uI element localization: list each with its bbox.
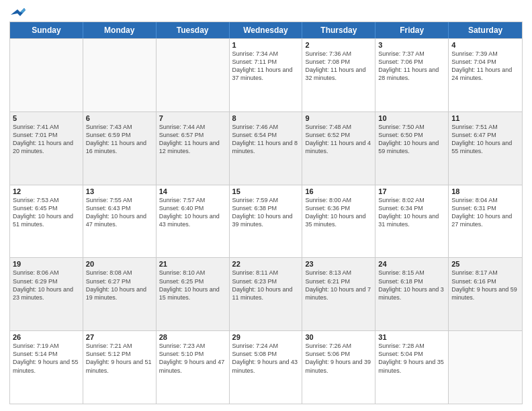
calendar-cell-1-4: 9Sunrise: 7:48 AM Sunset: 6:52 PM Daylig… — [302, 112, 375, 185]
header-day-friday: Friday — [375, 22, 449, 38]
svg-marker-1 — [20, 8, 26, 13]
calendar-cell-3-4: 23Sunrise: 8:13 AM Sunset: 6:21 PM Dayli… — [302, 258, 375, 330]
day-number: 19 — [13, 260, 80, 268]
calendar-cell-2-1: 13Sunrise: 7:55 AM Sunset: 6:43 PM Dayli… — [83, 185, 157, 258]
header-day-tuesday: Tuesday — [157, 22, 230, 38]
logo-top — [9, 7, 26, 17]
day-info: Sunrise: 7:50 AM Sunset: 6:50 PM Dayligh… — [378, 123, 445, 156]
week-row-3: 12Sunrise: 7:53 AM Sunset: 6:45 PM Dayli… — [10, 185, 522, 258]
calendar-cell-4-0: 26Sunrise: 7:19 AM Sunset: 5:14 PM Dayli… — [10, 331, 83, 404]
day-info: Sunrise: 7:34 AM Sunset: 7:11 PM Dayligh… — [232, 50, 300, 83]
day-number: 2 — [305, 41, 372, 49]
calendar-cell-3-5: 24Sunrise: 8:15 AM Sunset: 6:18 PM Dayli… — [375, 258, 449, 330]
day-info: Sunrise: 7:46 AM Sunset: 6:54 PM Dayligh… — [232, 123, 300, 156]
day-info: Sunrise: 7:53 AM Sunset: 6:45 PM Dayligh… — [13, 196, 80, 229]
day-number: 23 — [305, 260, 372, 268]
day-number: 18 — [451, 187, 519, 195]
calendar-cell-3-3: 22Sunrise: 8:11 AM Sunset: 6:23 PM Dayli… — [230, 258, 303, 330]
day-info: Sunrise: 7:36 AM Sunset: 7:08 PM Dayligh… — [305, 50, 372, 83]
day-info: Sunrise: 7:24 AM Sunset: 5:08 PM Dayligh… — [232, 342, 300, 375]
day-info: Sunrise: 7:28 AM Sunset: 5:04 PM Dayligh… — [378, 342, 445, 375]
day-number: 22 — [232, 260, 300, 268]
calendar-body: 1Sunrise: 7:34 AM Sunset: 7:11 PM Daylig… — [10, 38, 522, 404]
header-day-monday: Monday — [83, 22, 157, 38]
day-number: 4 — [451, 41, 519, 49]
calendar-cell-4-4: 30Sunrise: 7:26 AM Sunset: 5:06 PM Dayli… — [302, 331, 375, 404]
day-info: Sunrise: 7:39 AM Sunset: 7:04 PM Dayligh… — [451, 50, 519, 83]
day-info: Sunrise: 7:19 AM Sunset: 5:14 PM Dayligh… — [13, 342, 80, 375]
day-number: 14 — [159, 187, 226, 195]
calendar-cell-4-3: 29Sunrise: 7:24 AM Sunset: 5:08 PM Dayli… — [230, 331, 303, 404]
day-info: Sunrise: 7:59 AM Sunset: 6:38 PM Dayligh… — [232, 196, 300, 229]
week-row-5: 26Sunrise: 7:19 AM Sunset: 5:14 PM Dayli… — [10, 330, 522, 404]
day-number: 3 — [378, 41, 445, 49]
header-day-thursday: Thursday — [302, 22, 375, 38]
day-number: 28 — [159, 333, 226, 341]
calendar-cell-0-2 — [157, 39, 230, 111]
calendar-cell-1-3: 8Sunrise: 7:46 AM Sunset: 6:54 PM Daylig… — [230, 112, 303, 185]
calendar-cell-1-0: 5Sunrise: 7:41 AM Sunset: 7:01 PM Daylig… — [10, 112, 83, 185]
calendar-cell-0-6: 4Sunrise: 7:39 AM Sunset: 7:04 PM Daylig… — [449, 39, 522, 111]
day-number: 24 — [378, 260, 445, 268]
day-info: Sunrise: 8:06 AM Sunset: 6:29 PM Dayligh… — [13, 269, 80, 302]
day-number: 25 — [451, 260, 519, 268]
day-number: 27 — [86, 333, 153, 341]
day-info: Sunrise: 7:43 AM Sunset: 6:59 PM Dayligh… — [86, 123, 153, 156]
calendar-cell-4-2: 28Sunrise: 7:23 AM Sunset: 5:10 PM Dayli… — [157, 331, 230, 404]
calendar-cell-0-3: 1Sunrise: 7:34 AM Sunset: 7:11 PM Daylig… — [230, 39, 303, 111]
day-number: 8 — [232, 114, 300, 122]
day-number: 9 — [305, 114, 372, 122]
day-info: Sunrise: 8:17 AM Sunset: 6:16 PM Dayligh… — [451, 269, 519, 302]
calendar-cell-2-4: 16Sunrise: 8:00 AM Sunset: 6:36 PM Dayli… — [302, 185, 375, 258]
day-number: 11 — [451, 114, 519, 122]
day-info: Sunrise: 8:11 AM Sunset: 6:23 PM Dayligh… — [232, 269, 300, 302]
calendar-cell-4-6 — [449, 331, 522, 404]
day-number: 10 — [378, 114, 445, 122]
day-number: 15 — [232, 187, 300, 195]
day-info: Sunrise: 8:15 AM Sunset: 6:18 PM Dayligh… — [378, 269, 445, 302]
day-info: Sunrise: 7:44 AM Sunset: 6:57 PM Dayligh… — [159, 123, 226, 156]
day-number: 30 — [305, 333, 372, 341]
header — [9, 7, 523, 17]
calendar-cell-4-1: 27Sunrise: 7:21 AM Sunset: 5:12 PM Dayli… — [83, 331, 157, 404]
logo-bird-icon — [11, 7, 26, 17]
week-row-4: 19Sunrise: 8:06 AM Sunset: 6:29 PM Dayli… — [10, 257, 522, 330]
calendar-cell-2-5: 17Sunrise: 8:02 AM Sunset: 6:34 PM Dayli… — [375, 185, 449, 258]
day-info: Sunrise: 8:00 AM Sunset: 6:36 PM Dayligh… — [305, 196, 372, 229]
day-number: 7 — [159, 114, 226, 122]
day-info: Sunrise: 8:08 AM Sunset: 6:27 PM Dayligh… — [86, 269, 153, 302]
calendar-cell-0-1 — [83, 39, 157, 111]
calendar-cell-3-0: 19Sunrise: 8:06 AM Sunset: 6:29 PM Dayli… — [10, 258, 83, 330]
calendar-cell-3-2: 21Sunrise: 8:10 AM Sunset: 6:25 PM Dayli… — [157, 258, 230, 330]
calendar-cell-1-1: 6Sunrise: 7:43 AM Sunset: 6:59 PM Daylig… — [83, 112, 157, 185]
day-info: Sunrise: 7:23 AM Sunset: 5:10 PM Dayligh… — [159, 342, 226, 375]
day-number: 6 — [86, 114, 153, 122]
day-info: Sunrise: 7:21 AM Sunset: 5:12 PM Dayligh… — [86, 342, 153, 375]
week-row-2: 5Sunrise: 7:41 AM Sunset: 7:01 PM Daylig… — [10, 111, 522, 185]
calendar-cell-2-0: 12Sunrise: 7:53 AM Sunset: 6:45 PM Dayli… — [10, 185, 83, 258]
calendar-cell-1-2: 7Sunrise: 7:44 AM Sunset: 6:57 PM Daylig… — [157, 112, 230, 185]
day-number: 12 — [13, 187, 80, 195]
day-number: 31 — [378, 333, 445, 341]
calendar: SundayMondayTuesdayWednesdayThursdayFrid… — [9, 21, 523, 404]
calendar-cell-3-6: 25Sunrise: 8:17 AM Sunset: 6:16 PM Dayli… — [449, 258, 522, 330]
day-number: 20 — [86, 260, 153, 268]
calendar-cell-2-6: 18Sunrise: 8:04 AM Sunset: 6:31 PM Dayli… — [449, 185, 522, 258]
calendar-cell-0-5: 3Sunrise: 7:37 AM Sunset: 7:06 PM Daylig… — [375, 39, 449, 111]
day-info: Sunrise: 8:10 AM Sunset: 6:25 PM Dayligh… — [159, 269, 226, 302]
day-info: Sunrise: 7:41 AM Sunset: 7:01 PM Dayligh… — [13, 123, 80, 156]
day-number: 29 — [232, 333, 300, 341]
calendar-cell-3-1: 20Sunrise: 8:08 AM Sunset: 6:27 PM Dayli… — [83, 258, 157, 330]
day-info: Sunrise: 8:02 AM Sunset: 6:34 PM Dayligh… — [378, 196, 445, 229]
day-info: Sunrise: 7:37 AM Sunset: 7:06 PM Dayligh… — [378, 50, 445, 83]
calendar-cell-1-6: 11Sunrise: 7:51 AM Sunset: 6:47 PM Dayli… — [449, 112, 522, 185]
calendar-cell-4-5: 31Sunrise: 7:28 AM Sunset: 5:04 PM Dayli… — [375, 331, 449, 404]
day-info: Sunrise: 7:55 AM Sunset: 6:43 PM Dayligh… — [86, 196, 153, 229]
day-number: 17 — [378, 187, 445, 195]
header-day-wednesday: Wednesday — [230, 22, 303, 38]
day-info: Sunrise: 7:57 AM Sunset: 6:40 PM Dayligh… — [159, 196, 226, 229]
logo — [9, 7, 26, 17]
calendar-cell-1-5: 10Sunrise: 7:50 AM Sunset: 6:50 PM Dayli… — [375, 112, 449, 185]
day-number: 1 — [232, 41, 300, 49]
week-row-1: 1Sunrise: 7:34 AM Sunset: 7:11 PM Daylig… — [10, 38, 522, 111]
